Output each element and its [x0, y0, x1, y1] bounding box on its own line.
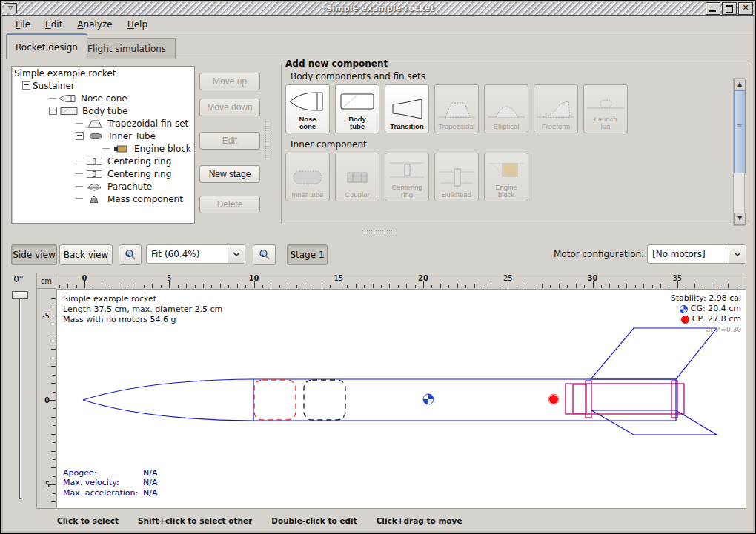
ruler-tick	[448, 285, 449, 288]
hint-bar: Click to selectShift+click to select oth…	[36, 515, 756, 527]
vertical-splitter-grip[interactable]	[265, 121, 269, 159]
zoom-select[interactable]: Fit (60.4%)	[146, 244, 245, 264]
back-view-button[interactable]: Back view	[59, 244, 113, 265]
move-up-button[interactable]: Move up	[199, 73, 260, 90]
chevron-down-icon[interactable]	[729, 245, 746, 263]
ruler-label: 20	[418, 274, 428, 282]
menu-help[interactable]: Help	[121, 18, 154, 31]
ruler-tick	[53, 307, 56, 307]
add-engine-block-button[interactable]: Engine block	[484, 153, 528, 201]
tree-item-centering-ring[interactable]: Centering ring	[12, 167, 194, 180]
component-tree[interactable]: Simple example rocketSustainerNose coneB…	[11, 66, 195, 224]
scrollbar-thumb[interactable]	[734, 90, 746, 173]
ruler-tick	[51, 383, 56, 384]
menu-file[interactable]: File	[9, 18, 37, 31]
mass-component-outline[interactable]	[304, 380, 345, 420]
chevron-down-icon[interactable]	[228, 245, 245, 263]
ruler-tick	[474, 284, 475, 288]
ruler-unit-label: cm	[36, 273, 56, 289]
tree-item-label: Nose cone	[81, 93, 127, 104]
bodytube-icon	[59, 106, 79, 116]
add-centering-ring-button[interactable]: Centering ring	[385, 153, 429, 201]
minimize-icon	[709, 10, 716, 12]
ruler-tick	[677, 281, 678, 288]
tree-collapse-icon[interactable]	[22, 81, 30, 90]
rotation-slider-track[interactable]	[19, 292, 21, 499]
rocket-outline[interactable]	[83, 328, 717, 435]
tree-item-nose-cone[interactable]: Nose cone	[12, 92, 194, 104]
ruler-tick	[186, 284, 187, 288]
add-transition-button[interactable]: Transition	[385, 84, 429, 133]
ruler-tick	[254, 281, 255, 288]
motor-configuration-select[interactable]: [No motors]	[647, 244, 746, 264]
rotation-slider-handle[interactable]	[12, 291, 28, 299]
add-inner-tube-button[interactable]: Inner tube	[285, 153, 330, 201]
tree-item-parachute[interactable]: Parachute	[12, 180, 194, 193]
tree-collapse-icon[interactable]	[76, 132, 84, 140]
elliptical-icon	[486, 96, 526, 121]
tree-item-body-tube[interactable]: Body tube	[12, 104, 194, 117]
menu-edit[interactable]: Edit	[39, 18, 69, 31]
ruler-tick	[364, 285, 365, 288]
horizontal-splitter-grip[interactable]	[362, 230, 396, 234]
close-button[interactable]: ✕	[738, 2, 753, 15]
component-scrollbar[interactable]: ▲ ▼	[733, 78, 745, 226]
stage-1-toggle[interactable]: Stage 1	[287, 244, 328, 265]
add-launch-lug-button[interactable]: Launch lug	[583, 84, 628, 133]
add-trapezoidal-button[interactable]: Trapezoidal	[434, 84, 479, 133]
move-down-button[interactable]: Move down	[199, 99, 260, 116]
cp-marker	[548, 394, 560, 405]
minimize-button[interactable]	[706, 2, 720, 15]
ruler-tick	[330, 285, 331, 288]
ruler-tick	[686, 285, 686, 288]
ruler-tick	[53, 341, 56, 341]
scroll-down-icon[interactable]: ▼	[734, 213, 746, 225]
tree-item-label: Trapezoidal fin set	[107, 119, 188, 129]
ruler-tick	[669, 285, 669, 288]
add-bulkhead-button[interactable]: Bulkhead	[434, 153, 479, 201]
maximize-button[interactable]	[722, 2, 737, 15]
add-nose-cone-button[interactable]: Nose cone	[285, 84, 330, 133]
ruler-tick	[322, 284, 322, 288]
mass-icon	[84, 194, 104, 204]
menu-analyze[interactable]: Analyze	[70, 18, 119, 31]
add-body-tube-button[interactable]: Body tube	[335, 84, 379, 133]
tree-item-label: Inner Tube	[109, 131, 156, 141]
scroll-up-icon[interactable]: ▲	[734, 79, 746, 91]
side-view-button[interactable]: Side view	[11, 244, 57, 265]
ruler-tick	[203, 284, 204, 288]
zoom-in-button[interactable]	[253, 244, 276, 265]
tab-rocket-design[interactable]: Rocket design	[6, 33, 87, 59]
flight-stat-value: N/A	[143, 478, 157, 488]
component-button-label: Nose cone	[291, 116, 325, 130]
parachute-outline[interactable]	[254, 380, 296, 420]
title-bar[interactable]: ▽ *Simple example rocket ✕	[2, 2, 754, 16]
rocket-canvas[interactable]: Simple example rocket Length 37.5 cm, ma…	[56, 289, 746, 509]
tab-flight-simulations[interactable]: Flight simulations	[78, 38, 176, 59]
tree-item-trapezoidal-fin-set[interactable]: Trapezoidal fin set	[12, 117, 194, 130]
ruler-tick	[53, 358, 56, 358]
ruler-tick	[51, 501, 56, 502]
inner-components[interactable]	[566, 381, 684, 418]
delete-button[interactable]: Delete	[199, 196, 260, 213]
new-stage-button[interactable]: New stage	[199, 165, 260, 183]
ruler-tick	[169, 281, 170, 288]
tree-item-mass-component[interactable]: Mass component	[12, 193, 194, 205]
tree-item-label: Mass component	[107, 194, 183, 204]
add-elliptical-button[interactable]: Elliptical	[484, 84, 528, 133]
zoom-value: Fit (60.4%)	[147, 249, 228, 259]
add-freeform-button[interactable]: Freeform	[534, 84, 578, 133]
zoom-out-button[interactable]	[119, 244, 142, 265]
tree-item-centering-ring[interactable]: Centering ring	[12, 155, 194, 167]
ruler-tick	[110, 285, 110, 288]
edit-button[interactable]: Edit	[199, 132, 260, 150]
add-coupler-button[interactable]: Coupler	[335, 153, 379, 201]
tree-collapse-icon[interactable]	[49, 107, 57, 115]
tree-item-simple-example-rocket[interactable]: Simple example rocket	[12, 67, 194, 79]
tree-item-sustainer[interactable]: Sustainer	[12, 79, 194, 92]
tree-item-inner-tube[interactable]: Inner Tube	[12, 130, 194, 142]
menu-bar: FileEditAnalyzeHelp	[3, 16, 753, 33]
ruler-tick	[262, 285, 263, 288]
tree-item-engine-block[interactable]: Engine block	[12, 142, 194, 155]
ruler-tick	[305, 284, 305, 288]
